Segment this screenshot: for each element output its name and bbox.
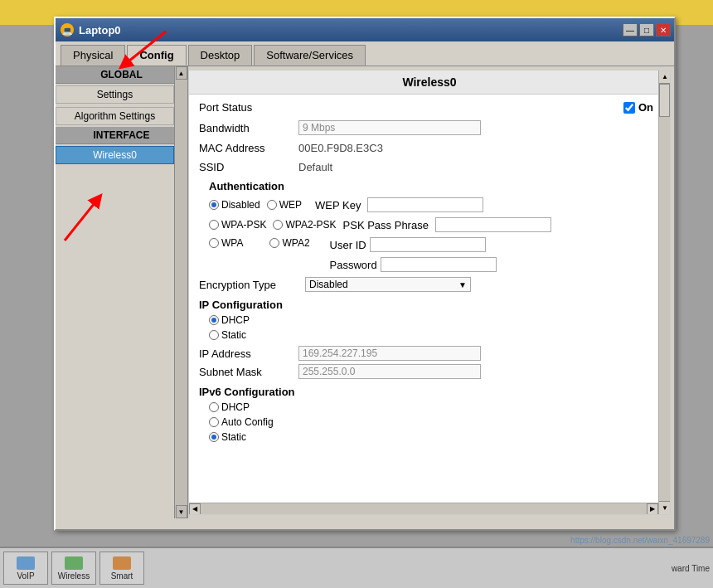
auth-wpa[interactable]: WPA [209, 237, 243, 249]
taskbar-smart[interactable]: Smart [99, 552, 144, 585]
bandwidth-label: Bandwidth [199, 122, 298, 134]
tabs-area: Physical Config Desktop Software/Service… [56, 41, 674, 66]
radio-wep-circle [267, 200, 277, 210]
radio-dhcp-circle [209, 315, 219, 325]
title-bar: 💻 Laptop0 — □ ✕ [56, 18, 674, 41]
horizontal-scrollbar: ◀ ▶ [189, 503, 658, 514]
sidebar-wireless0[interactable]: Wireless0 [56, 146, 174, 164]
ipv6-auto-config[interactable]: Auto Config [209, 416, 653, 428]
radio-wpa-psk-circle [209, 220, 219, 230]
ipv6-static-label: Static [221, 431, 246, 443]
auth-title: Authentication [209, 180, 653, 192]
restore-button[interactable]: □ [639, 23, 654, 36]
minimize-button[interactable]: — [623, 23, 638, 36]
interface-header: INTERFACE [56, 127, 187, 144]
hscroll-track [201, 503, 647, 514]
radio-wpa-circle [209, 238, 219, 248]
encryption-type-dropdown[interactable]: Disabled ▼ [305, 277, 471, 292]
wep-key-input[interactable] [367, 197, 483, 212]
bandwidth-input[interactable] [298, 120, 481, 135]
port-status-label: Port Status [199, 101, 298, 114]
auth-wpa2-psk-label: WPA2-PSK [285, 219, 336, 231]
user-id-input[interactable] [370, 237, 486, 252]
password-label: Password [330, 259, 377, 271]
bandwidth-row: Bandwidth [199, 120, 653, 135]
password-input[interactable] [381, 257, 497, 272]
scroll-up-arrow[interactable]: ▲ [176, 66, 187, 80]
encryption-type-label: Encryption Type [199, 279, 298, 291]
window-title: Laptop0 [79, 24, 121, 36]
ipv6-dhcp-label: DHCP [221, 401, 250, 413]
mac-address-value: 00E0.F9D8.E3C3 [298, 142, 383, 154]
tab-desktop[interactable]: Desktop [188, 45, 253, 66]
subnet-mask-label: Subnet Mask [199, 366, 298, 378]
taskbar-smart-label: Smart [111, 571, 133, 581]
auth-wpa2[interactable]: WPA2 [269, 237, 309, 249]
psk-passphrase-label: PSK Pass Phrase [343, 219, 429, 231]
auth-wep[interactable]: WEP [267, 199, 302, 211]
ip-address-input[interactable] [298, 346, 481, 361]
ip-dhcp[interactable]: DHCP [209, 314, 653, 326]
ip-address-row: IP Address [199, 346, 653, 361]
auth-wpa2-label: WPA2 [282, 237, 309, 249]
encryption-type-value: Disabled [309, 279, 348, 290]
radio-disabled-circle [209, 200, 219, 210]
smart-icon [113, 556, 131, 570]
vscroll-track [659, 84, 670, 501]
auth-wpa-psk[interactable]: WPA-PSK [209, 219, 266, 231]
wep-key-label: WEP Key [315, 199, 361, 211]
sidebar-scrollbar: ▲ ▼ [174, 66, 187, 518]
panel-content: Port Status On Bandwidth MAC Address 00E… [189, 95, 670, 497]
auth-wpa2-psk[interactable]: WPA2-PSK [273, 219, 336, 231]
vscroll-thumb[interactable] [659, 84, 670, 117]
auth-disabled-label: Disabled [221, 199, 260, 211]
vertical-scrollbar: ▲ ▼ [658, 70, 670, 514]
ip-static-label: Static [221, 329, 246, 341]
panel-title: Wireless0 [189, 70, 670, 95]
window-icon: 💻 [61, 23, 74, 36]
dropdown-arrow-icon: ▼ [458, 280, 467, 289]
close-button[interactable]: ✕ [656, 23, 671, 36]
vscroll-down[interactable]: ▼ [659, 501, 671, 514]
sidebar-algorithm-settings[interactable]: Algorithm Settings [56, 107, 174, 125]
ip-dhcp-label: DHCP [221, 314, 250, 326]
main-window: 💻 Laptop0 — □ ✕ Physical Config Desktop … [54, 17, 676, 531]
ipv6-auto-config-label: Auto Config [221, 416, 274, 428]
taskbar: VoIP Wireless Smart ward Time [0, 547, 713, 588]
sidebar-settings[interactable]: Settings [56, 85, 174, 104]
radio-ipv6-auto-circle [209, 417, 219, 427]
psk-passphrase-input[interactable] [435, 217, 551, 232]
wireless-icon [65, 556, 83, 570]
taskbar-voip[interactable]: VoIP [3, 552, 48, 585]
taskbar-wireless[interactable]: Wireless [51, 552, 96, 585]
auth-wep-label: WEP [279, 199, 302, 211]
auth-disabled[interactable]: Disabled [209, 199, 260, 211]
radio-ipv6-static-circle [209, 432, 219, 442]
watermark: https://blog.csdn.net/waixn_41697289 [570, 536, 710, 545]
taskbar-right: ward Time [672, 564, 710, 573]
tab-software-services[interactable]: Software/Services [254, 45, 366, 66]
scroll-down-arrow[interactable]: ▼ [176, 505, 187, 518]
ipv6-static[interactable]: Static [209, 431, 653, 443]
mac-address-row: MAC Address 00E0.F9D8.E3C3 [199, 142, 653, 154]
ssid-value: Default [298, 161, 332, 173]
vscroll-up[interactable]: ▲ [659, 70, 671, 84]
hscroll-right[interactable]: ▶ [647, 503, 658, 515]
sidebar: GLOBAL Settings Algorithm Settings INTER… [56, 66, 188, 518]
subnet-mask-input[interactable] [298, 364, 481, 379]
auth-wpa-psk-label: WPA-PSK [221, 219, 266, 231]
tab-physical[interactable]: Physical [61, 45, 125, 66]
voip-icon [17, 556, 35, 570]
ipv6-dhcp[interactable]: DHCP [209, 401, 653, 413]
auth-wpa-label: WPA [221, 237, 243, 249]
ip-config-title: IP Configuration [199, 299, 653, 311]
ssid-label: SSID [199, 161, 298, 173]
port-status-on: On [638, 101, 653, 114]
hscroll-left[interactable]: ◀ [189, 503, 201, 515]
encryption-type-row: Encryption Type Disabled ▼ [199, 277, 653, 292]
port-status-checkbox[interactable] [623, 102, 635, 114]
forward-time-label: ward Time [672, 564, 710, 573]
tab-config[interactable]: Config [127, 45, 186, 66]
ip-static[interactable]: Static [209, 329, 653, 341]
taskbar-voip-label: VoIP [17, 571, 34, 581]
